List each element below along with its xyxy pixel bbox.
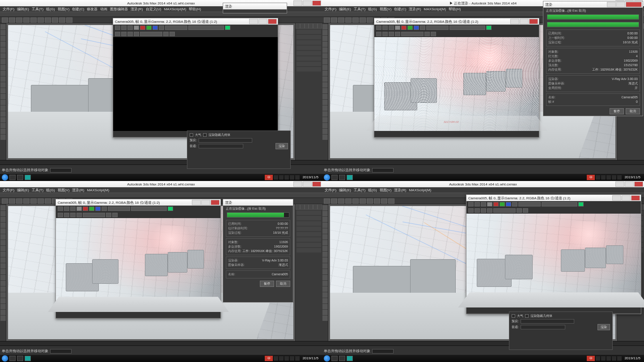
vfb-render-icon[interactable]	[225, 25, 230, 30]
close-button[interactable]	[312, 181, 321, 187]
vfb-window[interactable]: Camera005, 帧 0, 显示Gamma: 2.2, RGBA 颜色 16…	[55, 199, 221, 319]
menu-group[interactable]: 组(G)	[46, 188, 55, 193]
preset-dd[interactable]	[188, 25, 224, 30]
menu-file[interactable]: 文件(F)	[325, 7, 336, 12]
menu-render[interactable]: 渲染(R)	[394, 188, 406, 193]
alpha-toggle[interactable]	[159, 25, 164, 30]
clock[interactable]: 2019/11/5	[623, 357, 642, 360]
menu-view[interactable]: 视图(V)	[380, 188, 392, 193]
timeslider[interactable]	[322, 160, 644, 164]
tb-3dsmax-icon[interactable]	[347, 175, 353, 180]
menu-tools[interactable]: 工具(T)	[32, 7, 43, 12]
vfb-toolbar[interactable]	[113, 25, 278, 31]
vfb-close[interactable]	[268, 19, 277, 24]
mini-dialog[interactable]: 渲染	[223, 3, 287, 13]
menu-edit[interactable]: 编辑(E)	[17, 188, 29, 193]
menu-render[interactable]: 渲染(R)	[72, 188, 84, 193]
menu-group[interactable]: 组(G)	[46, 7, 55, 12]
tray-icon[interactable]	[295, 175, 300, 180]
vfb-close[interactable]	[211, 200, 220, 205]
menu-edit[interactable]: 编辑(E)	[339, 7, 351, 12]
menu-tools[interactable]: 工具(T)	[32, 188, 43, 193]
save-icon[interactable]	[115, 25, 120, 30]
render-button[interactable]	[66, 17, 72, 23]
vfb-window[interactable]: Camera005, 帧 0, 显示Gamma: 2.2, RGBA 颜色 16…	[466, 194, 641, 314]
view-input[interactable]	[199, 144, 243, 148]
stats-max[interactable]	[616, 2, 625, 7]
menu-script[interactable]: MAXScript(M)	[424, 7, 446, 11]
render-progress-panel[interactable]: 渲染 正在渲染图像...(按 Esc 取消) 已用时间:0:00:00 上一帧时…	[543, 1, 643, 116]
clock[interactable]: 2019/11/5	[301, 176, 320, 179]
vfb-min[interactable]	[192, 200, 201, 205]
menu-file[interactable]: 文件(F)	[3, 7, 14, 12]
left-toolstrip[interactable]	[322, 23, 328, 160]
menu-tools[interactable]: 工具(T)	[354, 7, 365, 12]
motion-tab[interactable]	[309, 23, 313, 29]
tray-icon[interactable]	[284, 175, 289, 180]
clone-icon[interactable]	[127, 25, 133, 30]
menu-render[interactable]: 渲染(R)	[131, 7, 143, 12]
create-tab[interactable]	[296, 23, 300, 29]
stats-min[interactable]	[607, 2, 616, 7]
vfb-max[interactable]	[622, 195, 631, 201]
start-button[interactable]	[2, 355, 8, 362]
tb-explorer-icon[interactable]	[331, 175, 338, 180]
snap-button[interactable]	[52, 17, 58, 23]
menu-view[interactable]: 视图(V)	[58, 188, 70, 193]
vfb-max[interactable]	[520, 19, 529, 24]
max-button[interactable]	[303, 0, 312, 6]
menu-group[interactable]: 组(G)	[368, 7, 377, 12]
start-button[interactable]	[324, 355, 330, 362]
chk-atmos[interactable]	[512, 314, 515, 318]
vfb-close[interactable]	[631, 195, 640, 201]
display-tab[interactable]	[313, 23, 318, 29]
menu-custom[interactable]: 自定义(U)	[146, 7, 161, 12]
vfb-max[interactable]	[201, 200, 210, 205]
menu-script[interactable]: MAXScript(M)	[87, 188, 109, 192]
min-button[interactable]	[615, 181, 624, 187]
redo-button[interactable]	[9, 17, 15, 23]
move-button[interactable]	[30, 17, 37, 23]
menu-script[interactable]: MAXScript(M)	[409, 188, 431, 192]
vfb-canvas[interactable]: SECTOR 03	[466, 214, 641, 307]
undo-button[interactable]	[2, 17, 8, 23]
menubar[interactable]: 文件(F)编辑(E)工具(T)组(G)视图(V)渲染(R)MAXScript(M…	[0, 187, 322, 193]
vfb-min[interactable]	[510, 19, 519, 24]
menu-help[interactable]: 帮助(H)	[189, 7, 201, 12]
vfb-close[interactable]	[529, 19, 538, 24]
tb-folder-icon[interactable]	[17, 175, 23, 180]
frame-spinner[interactable]	[50, 168, 72, 173]
ime-indicator[interactable]: 中	[587, 175, 595, 180]
tray-icon[interactable]	[274, 175, 278, 180]
material-button[interactable]	[59, 17, 65, 23]
menu-script[interactable]: MAXScript(M)	[164, 7, 186, 11]
taskbar[interactable]: 中 2019/11/5	[322, 174, 644, 181]
channel-dd[interactable]	[165, 25, 187, 30]
chk-hidden[interactable]	[203, 133, 207, 137]
util-tab[interactable]	[318, 23, 322, 29]
vfb-max[interactable]	[258, 19, 267, 24]
b-toggle[interactable]	[153, 25, 158, 30]
menu-file[interactable]: 文件(F)	[325, 188, 336, 193]
vfb-canvas[interactable]: SECTOR 03	[374, 37, 539, 131]
rgb-toggle[interactable]	[134, 25, 139, 30]
start-button[interactable]	[2, 174, 8, 181]
pause-button[interactable]: 暂停	[260, 281, 274, 287]
menu-tools[interactable]: 工具(T)	[354, 188, 365, 193]
min-button[interactable]	[293, 181, 302, 187]
preset-input[interactable]	[521, 319, 574, 324]
menu-edit[interactable]: 编辑(E)	[339, 188, 351, 193]
menu-mod[interactable]: 修改器	[87, 7, 97, 12]
g-toggle[interactable]	[146, 25, 152, 30]
view-input[interactable]	[521, 325, 565, 329]
min-button[interactable]	[293, 0, 302, 6]
menu-edit[interactable]: 编辑(E)	[17, 7, 29, 12]
tray-icon[interactable]	[290, 175, 294, 180]
tb-folder-icon[interactable]	[339, 175, 345, 180]
vfb-canvas[interactable]	[113, 37, 278, 131]
ime-indicator[interactable]: 中	[587, 356, 595, 361]
menu-create[interactable]: 创建(C)	[72, 7, 84, 12]
render-settings-panel[interactable]: 大气渲染隐藏几何体 预设: 普通: 渲染	[509, 311, 613, 350]
vfb-toolbar2[interactable]	[113, 31, 278, 37]
menu-file[interactable]: 文件(F)	[3, 188, 14, 193]
